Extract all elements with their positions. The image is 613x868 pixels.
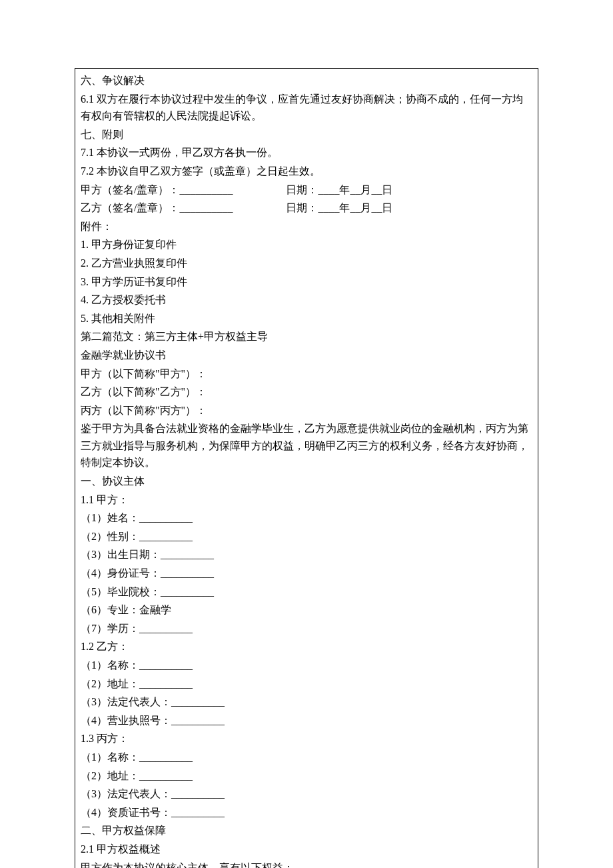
text-line: 甲方（以下简称"甲方"）： <box>81 365 532 383</box>
text-line: （2）地址：__________ <box>81 675 532 693</box>
text-line: （4）身份证号：__________ <box>81 564 532 583</box>
text-line: 7.2 本协议自甲乙双方签字（或盖章）之日起生效。 <box>81 162 532 181</box>
text-line: 金融学就业协议书 <box>81 346 532 365</box>
text-line: （3）法定代表人：__________ <box>81 693 532 711</box>
text-line: （1）名称：__________ <box>81 748 532 767</box>
text-line: （2）性别：__________ <box>81 527 532 546</box>
text-line: 甲方作为本协议的核心主体，享有以下权益： <box>81 859 532 868</box>
text-line: 4. 乙方授权委托书 <box>81 291 532 309</box>
text-line: （1）名称：__________ <box>81 656 532 675</box>
text-line: 第二篇范文：第三方主体+甲方权益主导 <box>81 327 532 346</box>
text-line: 六、争议解决 <box>81 71 532 90</box>
text-line: （5）毕业院校：__________ <box>81 583 532 601</box>
document-page: 六、争议解决 6.1 双方在履行本协议过程中发生的争议，应首先通过友好协商解决；… <box>0 0 613 868</box>
text-line: （4）资质证书号：__________ <box>81 803 532 822</box>
text-line: 7.1 本协议一式两份，甲乙双方各执一份。 <box>81 143 532 162</box>
text-line: 鉴于甲方为具备合法就业资格的金融学毕业生，乙方为愿意提供就业岗位的金融机构，丙方… <box>81 419 532 472</box>
text-line: 二、甲方权益保障 <box>81 821 532 840</box>
text-line: 1. 甲方身份证复印件 <box>81 235 532 254</box>
text-line: 6.1 双方在履行本协议过程中发生的争议，应首先通过友好协商解决；协商不成的，任… <box>81 90 532 125</box>
text-line: （3）法定代表人：__________ <box>81 785 532 803</box>
text-line: 甲方（签名/盖章）：__________ 日期：____年__月__日 <box>81 181 532 199</box>
text-line: 3. 甲方学历证书复印件 <box>81 273 532 291</box>
text-line: 丙方（以下简称"丙方"）： <box>81 401 532 420</box>
text-line: 1.1 甲方： <box>81 491 532 509</box>
text-line: 附件： <box>81 217 532 236</box>
text-line: （3）出生日期：__________ <box>81 545 532 564</box>
content-box: 六、争议解决 6.1 双方在履行本协议过程中发生的争议，应首先通过友好协商解决；… <box>75 68 538 868</box>
text-line: 1.2 乙方： <box>81 637 532 656</box>
text-line: （1）姓名：__________ <box>81 509 532 527</box>
text-line: 2. 乙方营业执照复印件 <box>81 254 532 273</box>
text-line: 乙方（以下简称"乙方"）： <box>81 383 532 401</box>
text-line: （4）营业执照号：__________ <box>81 711 532 730</box>
text-line: （6）专业：金融学 <box>81 601 532 619</box>
text-line: 5. 其他相关附件 <box>81 309 532 328</box>
text-line: 1.3 丙方： <box>81 729 532 748</box>
text-line: 2.1 甲方权益概述 <box>81 840 532 859</box>
text-line: 七、附则 <box>81 125 532 144</box>
text-line: （7）学历：__________ <box>81 619 532 638</box>
text-line: 一、协议主体 <box>81 472 532 491</box>
text-line: 乙方（签名/盖章）：__________ 日期：____年__月__日 <box>81 199 532 217</box>
text-line: （2）地址：__________ <box>81 767 532 785</box>
